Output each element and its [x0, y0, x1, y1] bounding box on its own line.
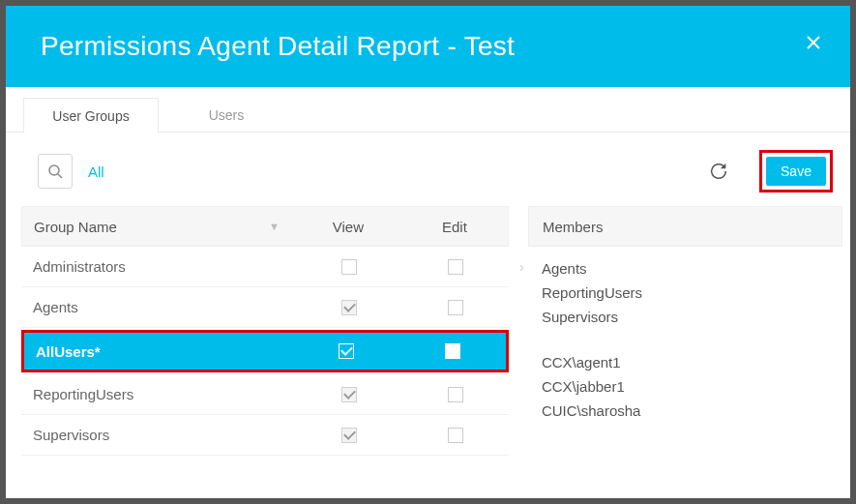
dialog-body: User Groups Users All Save Group Name ▼: [6, 87, 850, 498]
group-name-cell: Supervisors: [33, 427, 296, 443]
svg-line-3: [58, 174, 62, 178]
table-row[interactable]: Agents: [21, 287, 509, 328]
edit-checkbox[interactable]: [448, 300, 463, 315]
member-item: ReportingUsers: [542, 284, 829, 301]
members-list: Agents ReportingUsers Supervisors CCX\ag…: [528, 247, 842, 440]
member-item: Supervisors: [542, 309, 829, 325]
col-view[interactable]: View: [295, 219, 401, 235]
svg-point-2: [49, 165, 59, 175]
group-name-cell: Agents: [33, 299, 296, 315]
view-checkbox[interactable]: [341, 300, 357, 315]
member-item: CCX\agent1: [542, 354, 829, 371]
refresh-button[interactable]: [701, 154, 736, 189]
col-edit[interactable]: Edit: [401, 219, 508, 235]
close-button[interactable]: [800, 29, 827, 56]
member-item: CCX\jabber1: [542, 378, 829, 395]
table-row[interactable]: ReportingUsers: [21, 374, 509, 415]
table-row[interactable]: Supervisors: [21, 415, 509, 456]
refresh-icon: [708, 161, 729, 182]
edit-checkbox[interactable]: [445, 343, 460, 359]
tab-bar: User Groups Users: [6, 97, 850, 133]
group-name-cell: ReportingUsers: [33, 386, 296, 402]
sort-icon: ▼: [269, 221, 280, 232]
view-checkbox[interactable]: [339, 343, 354, 359]
group-name-cell: Administrators: [33, 258, 296, 275]
col-group-name[interactable]: Group Name ▼: [34, 219, 295, 235]
members-panel: Members Agents ReportingUsers Supervisor…: [528, 206, 842, 456]
edit-checkbox[interactable]: [448, 428, 463, 443]
dialog-header: Permissions Agent Detail Report - Test: [6, 6, 850, 87]
tab-user-groups[interactable]: User Groups: [23, 98, 159, 133]
chevron-right-icon: ›: [519, 259, 524, 275]
member-item: CUIC\sharosha: [542, 402, 829, 419]
edit-checkbox[interactable]: [448, 387, 463, 402]
edit-checkbox[interactable]: [448, 259, 463, 275]
groups-table: Group Name ▼ View Edit Administrators › …: [21, 206, 509, 456]
permissions-dialog: Permissions Agent Detail Report - Test U…: [6, 6, 850, 498]
view-checkbox[interactable]: [341, 259, 357, 275]
all-filter-link[interactable]: All: [88, 163, 104, 180]
close-icon: [806, 35, 821, 50]
selected-row-highlight: AllUsers*: [21, 330, 509, 372]
toolbar: All Save: [6, 133, 850, 206]
save-button[interactable]: Save: [766, 157, 826, 186]
view-checkbox[interactable]: [341, 428, 357, 443]
table-row[interactable]: AllUsers*: [24, 333, 506, 370]
table-header: Group Name ▼ View Edit: [21, 206, 509, 247]
members-header: Members: [528, 206, 842, 247]
table-row[interactable]: Administrators ›: [21, 247, 509, 287]
group-name-cell: AllUsers*: [36, 343, 293, 360]
save-highlight: Save: [759, 150, 833, 193]
tab-users[interactable]: Users: [159, 97, 294, 132]
search-button[interactable]: [38, 154, 73, 189]
dialog-title: Permissions Agent Detail Report - Test: [41, 31, 515, 62]
view-checkbox[interactable]: [341, 387, 357, 402]
main-area: Group Name ▼ View Edit Administrators › …: [6, 206, 850, 456]
member-item: Agents: [542, 260, 829, 277]
search-icon: [47, 163, 63, 179]
